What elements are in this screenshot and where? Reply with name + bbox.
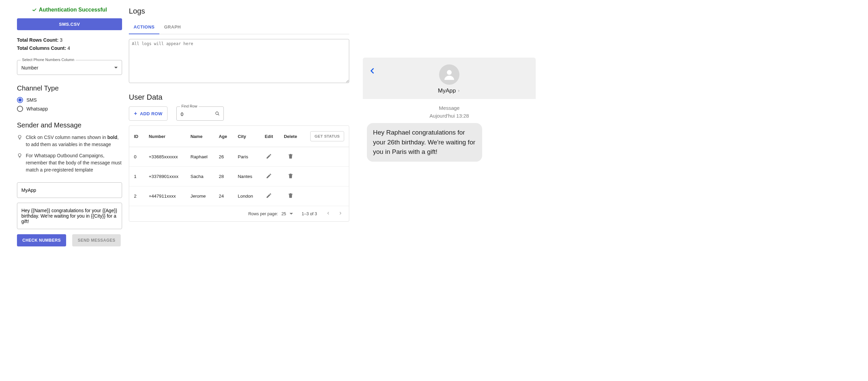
cell-name: Raphael [186,147,214,167]
chevron-down-icon [114,67,118,68]
message-template-input[interactable]: Hey {{Name}} congratulations for your {{… [17,203,122,229]
preview-sender-name: MyApp [438,87,456,94]
next-page-button[interactable] [338,211,343,217]
lightbulb-icon [17,135,22,140]
col-edit: Edit [259,126,278,147]
find-row-legend: Find Row [180,104,198,108]
cell-id: 2 [129,186,144,206]
plus-icon: + [134,112,137,115]
user-data-heading: User Data [129,93,349,102]
channel-type-heading: Channel Type [17,84,122,92]
cell-name: Sacha [186,167,214,186]
rpp-value: 25 [281,212,286,216]
col-city: City [233,126,259,147]
tab-actions[interactable]: ACTIONS [129,20,159,34]
radio-icon [17,97,23,103]
cell-city: Nantes [233,167,259,186]
channel-sms-radio[interactable]: SMS [17,97,122,103]
col-name: Name [186,126,214,147]
phone-column-value: Number [21,65,38,71]
logs-heading: Logs [129,7,349,16]
channel-sms-label: SMS [26,97,37,103]
logs-tabs: ACTIONS GRAPH [129,20,349,34]
tab-graph[interactable]: GRAPH [159,20,185,34]
rows-count-label: Total Rows Count: [17,37,59,43]
edit-row-button[interactable] [266,195,272,200]
delete-row-button[interactable] [288,155,294,160]
counts-block: Total Rows Count: 3 Total Columns Count:… [17,36,122,53]
tip-whatsapp: For Whatsapp Outbound Campaigns, remembe… [17,152,122,174]
meta-subtitle: Aujourd'hui 13:28 [363,112,536,120]
rows-count-value: 3 [60,37,63,43]
add-row-label: ADD ROW [140,111,162,116]
search-icon[interactable] [215,111,220,116]
get-status-button[interactable]: GET STATUS [310,131,344,141]
col-age: Age [214,126,233,147]
phone-column-legend: Select Phone Numbers Column [21,58,76,62]
auth-status-text: Authentication Successful [39,7,107,13]
meta-title: Message [363,104,536,112]
col-number: Number [144,126,186,147]
cell-age: 24 [214,186,233,206]
cell-age: 26 [214,147,233,167]
radio-icon [17,106,23,112]
chevron-right-icon [457,89,460,93]
svg-point-1 [447,70,452,75]
message-preview: MyApp Message Aujourd'hui 13:28 Hey Raph… [363,58,536,162]
back-button[interactable] [369,67,376,76]
cell-number: +447911xxxx [144,186,186,206]
delete-row-button[interactable] [288,195,294,200]
cols-count-value: 4 [67,45,70,51]
sender-heading: Sender and Message [17,121,122,129]
prev-page-button[interactable] [326,211,331,217]
table-row: 1+3378901xxxxSacha28Nantes [129,167,349,186]
auth-status: Authentication Successful [17,7,122,13]
add-row-button[interactable]: + ADD ROW [129,106,167,121]
send-messages-button: SEND MESSAGES [72,234,121,246]
col-id: ID [129,126,144,147]
cell-name: Jerome [186,186,214,206]
message-bubble: Hey Raphael congratulations for your 26t… [367,123,482,162]
user-data-table: ID Number Name Age City Edit Delete GET … [129,126,349,206]
table-row: 2+447911xxxxJerome24London [129,186,349,206]
cell-city: London [233,186,259,206]
delete-row-button[interactable] [288,175,294,180]
cell-city: Paris [233,147,259,167]
find-row-field[interactable]: Find Row [176,106,224,121]
check-icon [32,7,37,12]
col-delete: Delete [278,126,302,147]
rpp-label: Rows per page: [248,212,278,216]
person-icon [443,68,456,81]
message-meta: Message Aujourd'hui 13:28 [363,104,536,120]
cell-number: +3378901xxxx [144,167,186,186]
find-row-input[interactable] [181,112,201,117]
cols-count-label: Total Columns Count: [17,45,66,51]
range-label: 1–3 of 3 [302,212,317,216]
phone-column-select[interactable]: Select Phone Numbers Column Number [17,60,122,75]
cell-number: +33685xxxxxx [144,147,186,167]
cell-age: 28 [214,167,233,186]
tip-variables: Click on CSV column names shown in bold,… [17,134,122,148]
chevron-down-icon [290,213,293,215]
sender-name-input[interactable] [17,182,122,198]
cell-id: 0 [129,147,144,167]
logs-textarea[interactable] [129,39,349,83]
edit-row-button[interactable] [266,155,272,160]
check-numbers-button[interactable]: CHECK NUMBERS [17,234,66,246]
avatar [439,64,459,85]
chevron-left-icon [369,67,376,75]
channel-whatsapp-radio[interactable]: Whatsapp [17,106,122,112]
lightbulb-icon [17,153,22,158]
csv-file-button[interactable]: SMS.CSV [17,18,122,30]
table-row: 0+33685xxxxxxRaphael26Paris [129,147,349,167]
channel-whatsapp-label: Whatsapp [26,106,48,112]
svg-point-0 [216,112,218,115]
cell-id: 1 [129,167,144,186]
edit-row-button[interactable] [266,175,272,180]
rows-per-page[interactable]: Rows per page: 25 [248,212,293,216]
